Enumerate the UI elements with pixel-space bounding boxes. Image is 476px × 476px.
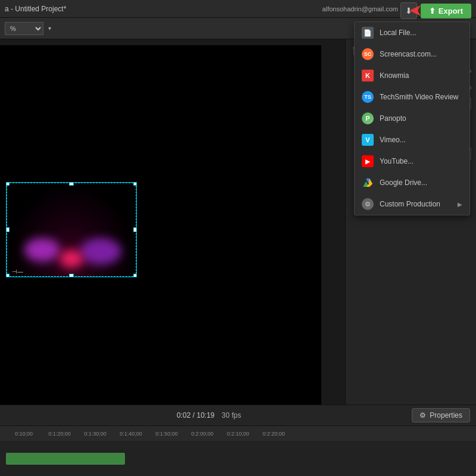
light-spot-center	[60, 250, 83, 268]
techsmith-icon: TS	[362, 91, 374, 103]
time-display: 0:02 / 10:19	[177, 411, 214, 419]
menu-item-youtube[interactable]: ▶ YouTube...	[355, 151, 469, 172]
red-arrow-indicator: ➤	[409, 1, 422, 21]
menu-item-custom-production[interactable]: ⚙ Custom Production ▶	[355, 193, 469, 215]
ruler-mark-2: 0:1:30;00	[77, 431, 113, 437]
ruler-mark-3: 0:1:40;00	[113, 431, 149, 437]
timeline-track-bar[interactable]	[6, 453, 125, 465]
ruler-mark-6: 0:2:10;00	[220, 431, 256, 437]
ruler-time-7: 0:2:20;00	[262, 431, 285, 437]
menu-item-local-file[interactable]: 📄 Local File...	[355, 22, 469, 43]
ruler-mark-5: 0:2:00;00	[184, 431, 220, 437]
menu-item-knowmia[interactable]: K Knowmia	[355, 65, 469, 86]
properties-label: Properties	[430, 411, 462, 419]
local-file-icon: 📄	[362, 27, 374, 39]
menu-item-google-drive[interactable]: Google Drive...	[355, 172, 469, 193]
video-thumbnail[interactable]	[6, 182, 137, 277]
timeline-ruler: 0:10;00 0:1:20;00 0:1:30;00 0:1:40;00 0:…	[0, 426, 476, 441]
ruler-mark-1: 0:1:20;00	[42, 431, 77, 437]
vimeo-icon: V	[362, 134, 374, 146]
knowmia-icon: K	[362, 70, 374, 82]
time-display-group: 0:02 / 10:19 30 fps	[177, 411, 241, 419]
timeline-controls: 0:02 / 10:19 30 fps ⚙ Properties	[0, 405, 476, 426]
ruler-time-2: 0:1:30;00	[84, 431, 107, 437]
panopto-label: Panopto	[380, 114, 406, 123]
google-drive-icon	[362, 177, 374, 189]
export-upload-icon: ⬆	[429, 7, 436, 15]
timeline-area: 0:02 / 10:19 30 fps ⚙ Properties 0:10;00…	[0, 405, 476, 476]
export-area: ➤ ⬇ ⬆ Export	[396, 0, 476, 21]
fps-display: 30 fps	[221, 411, 241, 419]
menu-item-screencast[interactable]: SC Screencast.com...	[355, 43, 469, 65]
export-button-label: Export	[439, 7, 463, 15]
properties-button[interactable]: ⚙ Properties	[412, 408, 470, 422]
youtube-label: YouTube...	[380, 157, 414, 165]
panopto-icon: P	[362, 112, 374, 124]
light-spot-left	[24, 238, 60, 262]
ruler-time-3: 0:1:40;00	[120, 431, 142, 437]
knowmia-label: Knowmia	[380, 71, 409, 80]
user-email: alfonsohadrin@gmail.com	[322, 5, 398, 12]
submenu-arrow-icon: ▶	[458, 201, 462, 208]
ruler-time-6: 0:2:10;00	[227, 431, 249, 437]
ruler-time-1: 0:1:20;00	[48, 431, 71, 437]
vimeo-label: Vimeo...	[380, 136, 406, 144]
custom-production-icon: ⚙	[362, 198, 374, 210]
techsmith-label: TechSmith Video Review	[380, 93, 459, 101]
gear-icon: ⚙	[419, 411, 426, 419]
export-button[interactable]: ⬆ Export	[421, 4, 471, 18]
ruler-mark-7: 0:2:20;00	[256, 431, 292, 437]
canvas-area: ⊣—	[0, 39, 345, 405]
playhead-icon: ⊣—	[12, 268, 23, 275]
canvas-inner: ⊣—	[0, 45, 321, 405]
playhead-indicator: ⊣—	[12, 268, 23, 275]
ruler-time-5: 0:2:00;00	[191, 431, 214, 437]
google-drive-label: Google Drive...	[380, 178, 427, 187]
ruler-mark-4: 0:1:50;00	[149, 431, 184, 437]
zoom-select[interactable]: % 25% 50% 75% 100%	[5, 22, 43, 35]
menu-item-panopto[interactable]: P Panopto	[355, 108, 469, 129]
local-file-label: Local File...	[380, 29, 416, 37]
light-spot-right	[80, 238, 121, 265]
toolbar: % 25% 50% 75% 100% ▾ ➤ ⬇ ⬆ Export 📄 Loca…	[0, 18, 476, 39]
app-title: a - Untitled Project*	[5, 5, 66, 13]
ruler-mark-0: 0:10;00	[6, 431, 42, 437]
stage-background	[7, 183, 136, 277]
timeline-tracks	[0, 441, 476, 476]
youtube-icon: ▶	[362, 155, 374, 167]
screencast-icon: SC	[362, 48, 374, 60]
zoom-dropdown-icon: ▾	[48, 25, 51, 32]
ruler-time-0: 0:10;00	[15, 431, 33, 437]
export-dropdown-menu: 📄 Local File... SC Screencast.com... K K…	[354, 21, 470, 215]
ruler-time-4: 0:1:50;00	[155, 431, 178, 437]
menu-item-techsmith[interactable]: TS TechSmith Video Review	[355, 86, 469, 108]
screencast-label: Screencast.com...	[380, 50, 437, 58]
menu-item-vimeo[interactable]: V Vimeo...	[355, 129, 469, 151]
custom-production-label: Custom Production	[380, 200, 440, 208]
